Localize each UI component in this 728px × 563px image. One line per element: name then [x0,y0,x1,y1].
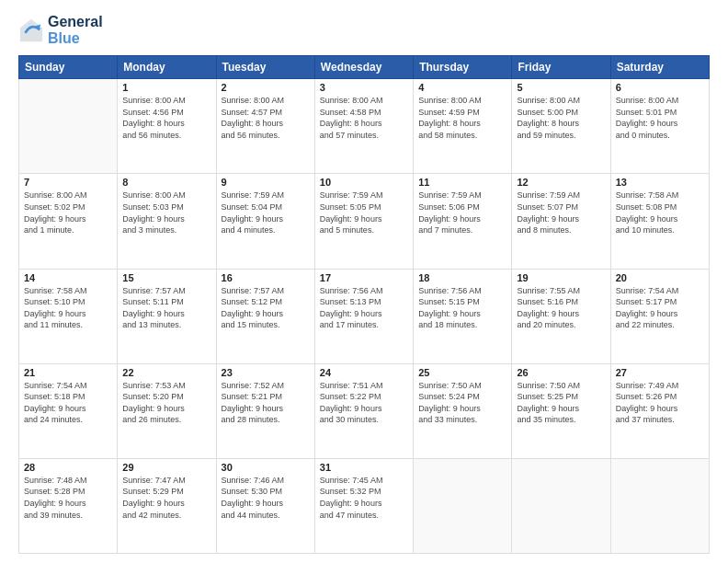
day-info: Sunrise: 7:57 AMSunset: 5:11 PMDaylight:… [122,285,210,331]
weekday-header-row: SundayMondayTuesdayWednesdayThursdayFrid… [19,56,710,79]
calendar-cell: 14Sunrise: 7:58 AMSunset: 5:10 PMDayligh… [19,269,118,363]
logo-icon [18,17,44,43]
day-info: Sunrise: 7:59 AMSunset: 5:05 PMDaylight:… [320,190,408,236]
day-info: Sunrise: 7:56 AMSunset: 5:15 PMDaylight:… [418,285,506,331]
day-info: Sunrise: 7:50 AMSunset: 5:25 PMDaylight:… [517,380,605,426]
calendar-cell: 28Sunrise: 7:48 AMSunset: 5:28 PMDayligh… [19,458,118,553]
day-number: 2 [222,82,310,93]
day-number: 12 [517,177,605,188]
week-row-5: 28Sunrise: 7:48 AMSunset: 5:28 PMDayligh… [19,458,710,553]
week-row-1: 1Sunrise: 8:00 AMSunset: 4:56 PMDaylight… [19,79,710,174]
calendar-cell: 3Sunrise: 8:00 AMSunset: 4:58 PMDaylight… [314,79,413,174]
calendar-cell: 5Sunrise: 8:00 AMSunset: 5:00 PMDaylight… [512,79,610,174]
day-number: 17 [320,272,408,283]
day-number: 10 [320,177,408,188]
calendar-cell: 27Sunrise: 7:49 AMSunset: 5:26 PMDayligh… [610,363,709,458]
day-info: Sunrise: 7:55 AMSunset: 5:16 PMDaylight:… [517,285,605,331]
calendar-cell: 12Sunrise: 7:59 AMSunset: 5:07 PMDayligh… [512,174,610,269]
day-info: Sunrise: 7:45 AMSunset: 5:32 PMDaylight:… [320,475,408,521]
day-info: Sunrise: 8:00 AMSunset: 5:03 PMDaylight:… [122,190,210,236]
weekday-header-friday: Friday [512,56,610,79]
calendar-cell: 31Sunrise: 7:45 AMSunset: 5:32 PMDayligh… [314,458,413,553]
day-number: 29 [122,462,210,473]
calendar-cell [19,79,118,174]
calendar-cell: 26Sunrise: 7:50 AMSunset: 5:25 PMDayligh… [512,363,610,458]
day-info: Sunrise: 7:53 AMSunset: 5:20 PMDaylight:… [122,380,210,426]
weekday-header-saturday: Saturday [610,56,709,79]
day-info: Sunrise: 7:56 AMSunset: 5:13 PMDaylight:… [320,285,408,331]
day-info: Sunrise: 8:00 AMSunset: 4:56 PMDaylight:… [122,95,210,141]
day-info: Sunrise: 7:54 AMSunset: 5:17 PMDaylight:… [616,285,704,331]
calendar-cell [512,458,610,553]
day-info: Sunrise: 7:59 AMSunset: 5:04 PMDaylight:… [222,190,310,236]
day-info: Sunrise: 7:58 AMSunset: 5:10 PMDaylight:… [24,285,112,331]
day-info: Sunrise: 8:00 AMSunset: 4:57 PMDaylight:… [222,95,310,141]
day-info: Sunrise: 7:58 AMSunset: 5:08 PMDaylight:… [616,190,704,236]
calendar-cell: 29Sunrise: 7:47 AMSunset: 5:29 PMDayligh… [118,458,216,553]
weekday-header-monday: Monday [118,56,216,79]
logo: General Blue [18,14,103,46]
day-number: 20 [616,272,704,283]
calendar-cell: 7Sunrise: 8:00 AMSunset: 5:02 PMDaylight… [19,174,118,269]
day-number: 8 [122,177,210,188]
day-info: Sunrise: 8:00 AMSunset: 4:59 PMDaylight:… [418,95,506,141]
day-number: 30 [222,462,310,473]
day-number: 28 [24,462,112,473]
day-number: 5 [517,82,605,93]
day-number: 9 [222,177,310,188]
calendar-cell: 18Sunrise: 7:56 AMSunset: 5:15 PMDayligh… [414,269,512,363]
day-number: 13 [616,177,704,188]
day-info: Sunrise: 7:59 AMSunset: 5:06 PMDaylight:… [418,190,506,236]
calendar-cell: 20Sunrise: 7:54 AMSunset: 5:17 PMDayligh… [610,269,709,363]
calendar-cell [610,458,709,553]
day-info: Sunrise: 7:59 AMSunset: 5:07 PMDaylight:… [517,190,605,236]
weekday-header-wednesday: Wednesday [314,56,413,79]
day-number: 26 [517,367,605,378]
calendar-cell: 11Sunrise: 7:59 AMSunset: 5:06 PMDayligh… [414,174,512,269]
week-row-2: 7Sunrise: 8:00 AMSunset: 5:02 PMDaylight… [19,174,710,269]
day-info: Sunrise: 8:00 AMSunset: 4:58 PMDaylight:… [320,95,408,141]
calendar-cell: 22Sunrise: 7:53 AMSunset: 5:20 PMDayligh… [118,363,216,458]
day-info: Sunrise: 8:00 AMSunset: 5:01 PMDaylight:… [616,95,704,141]
week-row-4: 21Sunrise: 7:54 AMSunset: 5:18 PMDayligh… [19,363,710,458]
weekday-header-sunday: Sunday [19,56,118,79]
week-row-3: 14Sunrise: 7:58 AMSunset: 5:10 PMDayligh… [19,269,710,363]
day-number: 6 [616,82,704,93]
day-number: 3 [320,82,408,93]
logo-text: General Blue [48,14,103,46]
calendar-page: General Blue SundayMondayTuesdayWednesda… [0,0,728,563]
day-info: Sunrise: 7:48 AMSunset: 5:28 PMDaylight:… [24,475,112,521]
day-info: Sunrise: 7:54 AMSunset: 5:18 PMDaylight:… [24,380,112,426]
day-info: Sunrise: 7:47 AMSunset: 5:29 PMDaylight:… [122,475,210,521]
day-number: 11 [418,177,506,188]
calendar-cell: 24Sunrise: 7:51 AMSunset: 5:22 PMDayligh… [314,363,413,458]
calendar-cell: 25Sunrise: 7:50 AMSunset: 5:24 PMDayligh… [414,363,512,458]
weekday-header-thursday: Thursday [414,56,512,79]
day-number: 1 [122,82,210,93]
calendar-cell: 13Sunrise: 7:58 AMSunset: 5:08 PMDayligh… [610,174,709,269]
calendar-cell: 30Sunrise: 7:46 AMSunset: 5:30 PMDayligh… [216,458,314,553]
calendar-cell: 16Sunrise: 7:57 AMSunset: 5:12 PMDayligh… [216,269,314,363]
calendar-cell: 10Sunrise: 7:59 AMSunset: 5:05 PMDayligh… [314,174,413,269]
calendar-cell: 17Sunrise: 7:56 AMSunset: 5:13 PMDayligh… [314,269,413,363]
day-number: 24 [320,367,408,378]
calendar-cell: 1Sunrise: 8:00 AMSunset: 4:56 PMDaylight… [118,79,216,174]
calendar-cell: 21Sunrise: 7:54 AMSunset: 5:18 PMDayligh… [19,363,118,458]
day-number: 22 [122,367,210,378]
day-number: 14 [24,272,112,283]
day-number: 31 [320,462,408,473]
calendar-cell: 9Sunrise: 7:59 AMSunset: 5:04 PMDaylight… [216,174,314,269]
calendar-table: SundayMondayTuesdayWednesdayThursdayFrid… [18,55,710,554]
calendar-cell: 2Sunrise: 8:00 AMSunset: 4:57 PMDaylight… [216,79,314,174]
day-number: 25 [418,367,506,378]
day-info: Sunrise: 8:00 AMSunset: 5:02 PMDaylight:… [24,190,112,236]
calendar-cell: 4Sunrise: 8:00 AMSunset: 4:59 PMDaylight… [414,79,512,174]
day-number: 7 [24,177,112,188]
day-info: Sunrise: 8:00 AMSunset: 5:00 PMDaylight:… [517,95,605,141]
day-info: Sunrise: 7:52 AMSunset: 5:21 PMDaylight:… [222,380,310,426]
day-info: Sunrise: 7:57 AMSunset: 5:12 PMDaylight:… [222,285,310,331]
day-number: 23 [222,367,310,378]
day-number: 15 [122,272,210,283]
day-number: 16 [222,272,310,283]
day-info: Sunrise: 7:51 AMSunset: 5:22 PMDaylight:… [320,380,408,426]
